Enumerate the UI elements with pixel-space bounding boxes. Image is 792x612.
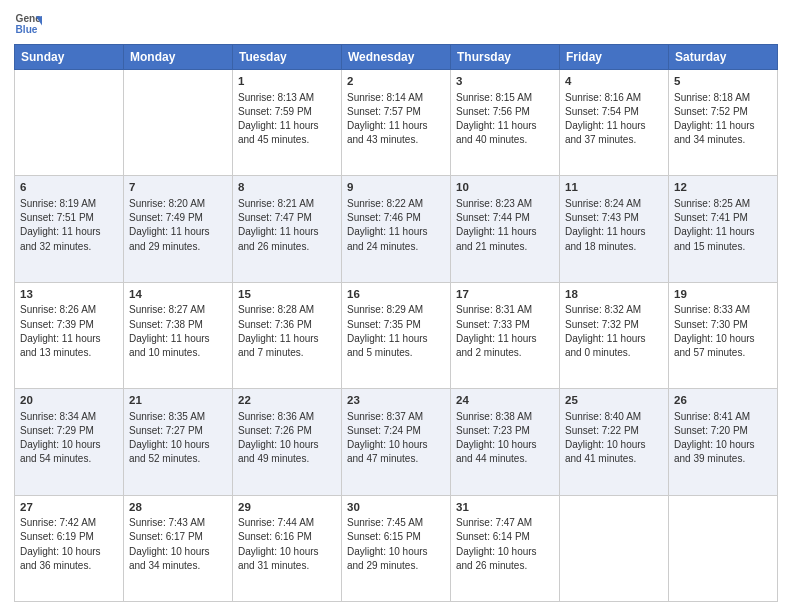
day-info: Sunrise: 8:21 AM Sunset: 7:47 PM Dayligh…: [238, 197, 336, 254]
day-info: Sunrise: 8:26 AM Sunset: 7:39 PM Dayligh…: [20, 303, 118, 360]
day-number: 12: [674, 179, 772, 196]
day-number: 30: [347, 499, 445, 516]
day-number: 29: [238, 499, 336, 516]
day-number: 11: [565, 179, 663, 196]
calendar-cell: 4Sunrise: 8:16 AM Sunset: 7:54 PM Daylig…: [560, 70, 669, 176]
day-number: 15: [238, 286, 336, 303]
calendar-header-friday: Friday: [560, 45, 669, 70]
calendar-header-thursday: Thursday: [451, 45, 560, 70]
day-info: Sunrise: 8:25 AM Sunset: 7:41 PM Dayligh…: [674, 197, 772, 254]
day-info: Sunrise: 8:13 AM Sunset: 7:59 PM Dayligh…: [238, 91, 336, 148]
day-info: Sunrise: 8:36 AM Sunset: 7:26 PM Dayligh…: [238, 410, 336, 467]
calendar-cell: 6Sunrise: 8:19 AM Sunset: 7:51 PM Daylig…: [15, 176, 124, 282]
calendar-cell: 29Sunrise: 7:44 AM Sunset: 6:16 PM Dayli…: [233, 495, 342, 601]
calendar-cell: 23Sunrise: 8:37 AM Sunset: 7:24 PM Dayli…: [342, 389, 451, 495]
day-number: 19: [674, 286, 772, 303]
day-info: Sunrise: 7:44 AM Sunset: 6:16 PM Dayligh…: [238, 516, 336, 573]
day-info: Sunrise: 8:38 AM Sunset: 7:23 PM Dayligh…: [456, 410, 554, 467]
calendar-cell: [560, 495, 669, 601]
day-info: Sunrise: 8:19 AM Sunset: 7:51 PM Dayligh…: [20, 197, 118, 254]
day-info: Sunrise: 7:43 AM Sunset: 6:17 PM Dayligh…: [129, 516, 227, 573]
day-info: Sunrise: 8:14 AM Sunset: 7:57 PM Dayligh…: [347, 91, 445, 148]
day-info: Sunrise: 8:28 AM Sunset: 7:36 PM Dayligh…: [238, 303, 336, 360]
logo: General Blue: [14, 10, 46, 38]
calendar-cell: [15, 70, 124, 176]
day-number: 14: [129, 286, 227, 303]
calendar-week-3: 20Sunrise: 8:34 AM Sunset: 7:29 PM Dayli…: [15, 389, 778, 495]
day-info: Sunrise: 8:40 AM Sunset: 7:22 PM Dayligh…: [565, 410, 663, 467]
day-number: 28: [129, 499, 227, 516]
page: General Blue SundayMondayTuesdayWednesda…: [0, 0, 792, 612]
calendar-cell: 19Sunrise: 8:33 AM Sunset: 7:30 PM Dayli…: [669, 282, 778, 388]
day-info: Sunrise: 8:16 AM Sunset: 7:54 PM Dayligh…: [565, 91, 663, 148]
svg-text:Blue: Blue: [16, 24, 38, 35]
day-info: Sunrise: 7:45 AM Sunset: 6:15 PM Dayligh…: [347, 516, 445, 573]
calendar-cell: [124, 70, 233, 176]
day-number: 10: [456, 179, 554, 196]
calendar-cell: 3Sunrise: 8:15 AM Sunset: 7:56 PM Daylig…: [451, 70, 560, 176]
day-info: Sunrise: 8:37 AM Sunset: 7:24 PM Dayligh…: [347, 410, 445, 467]
day-number: 17: [456, 286, 554, 303]
calendar-cell: 26Sunrise: 8:41 AM Sunset: 7:20 PM Dayli…: [669, 389, 778, 495]
calendar-week-4: 27Sunrise: 7:42 AM Sunset: 6:19 PM Dayli…: [15, 495, 778, 601]
day-number: 7: [129, 179, 227, 196]
day-number: 4: [565, 73, 663, 90]
calendar-cell: 25Sunrise: 8:40 AM Sunset: 7:22 PM Dayli…: [560, 389, 669, 495]
calendar-header-monday: Monday: [124, 45, 233, 70]
calendar-cell: 17Sunrise: 8:31 AM Sunset: 7:33 PM Dayli…: [451, 282, 560, 388]
day-number: 9: [347, 179, 445, 196]
calendar-week-2: 13Sunrise: 8:26 AM Sunset: 7:39 PM Dayli…: [15, 282, 778, 388]
day-number: 20: [20, 392, 118, 409]
calendar-cell: 22Sunrise: 8:36 AM Sunset: 7:26 PM Dayli…: [233, 389, 342, 495]
day-number: 16: [347, 286, 445, 303]
day-info: Sunrise: 8:31 AM Sunset: 7:33 PM Dayligh…: [456, 303, 554, 360]
calendar-cell: 18Sunrise: 8:32 AM Sunset: 7:32 PM Dayli…: [560, 282, 669, 388]
day-info: Sunrise: 8:41 AM Sunset: 7:20 PM Dayligh…: [674, 410, 772, 467]
logo-icon: General Blue: [14, 10, 42, 38]
calendar-header-sunday: Sunday: [15, 45, 124, 70]
day-info: Sunrise: 8:23 AM Sunset: 7:44 PM Dayligh…: [456, 197, 554, 254]
calendar-cell: 1Sunrise: 8:13 AM Sunset: 7:59 PM Daylig…: [233, 70, 342, 176]
calendar-week-1: 6Sunrise: 8:19 AM Sunset: 7:51 PM Daylig…: [15, 176, 778, 282]
calendar-header-wednesday: Wednesday: [342, 45, 451, 70]
day-number: 5: [674, 73, 772, 90]
calendar-cell: 27Sunrise: 7:42 AM Sunset: 6:19 PM Dayli…: [15, 495, 124, 601]
day-info: Sunrise: 8:15 AM Sunset: 7:56 PM Dayligh…: [456, 91, 554, 148]
day-number: 18: [565, 286, 663, 303]
day-info: Sunrise: 8:27 AM Sunset: 7:38 PM Dayligh…: [129, 303, 227, 360]
day-info: Sunrise: 8:29 AM Sunset: 7:35 PM Dayligh…: [347, 303, 445, 360]
day-info: Sunrise: 8:32 AM Sunset: 7:32 PM Dayligh…: [565, 303, 663, 360]
calendar-cell: 21Sunrise: 8:35 AM Sunset: 7:27 PM Dayli…: [124, 389, 233, 495]
calendar-cell: 28Sunrise: 7:43 AM Sunset: 6:17 PM Dayli…: [124, 495, 233, 601]
day-info: Sunrise: 8:34 AM Sunset: 7:29 PM Dayligh…: [20, 410, 118, 467]
day-info: Sunrise: 7:47 AM Sunset: 6:14 PM Dayligh…: [456, 516, 554, 573]
day-number: 24: [456, 392, 554, 409]
calendar-cell: 9Sunrise: 8:22 AM Sunset: 7:46 PM Daylig…: [342, 176, 451, 282]
day-number: 13: [20, 286, 118, 303]
calendar-cell: 10Sunrise: 8:23 AM Sunset: 7:44 PM Dayli…: [451, 176, 560, 282]
header: General Blue: [14, 10, 778, 38]
calendar-cell: 31Sunrise: 7:47 AM Sunset: 6:14 PM Dayli…: [451, 495, 560, 601]
calendar-cell: 30Sunrise: 7:45 AM Sunset: 6:15 PM Dayli…: [342, 495, 451, 601]
day-number: 6: [20, 179, 118, 196]
day-number: 22: [238, 392, 336, 409]
day-number: 31: [456, 499, 554, 516]
day-number: 26: [674, 392, 772, 409]
day-number: 2: [347, 73, 445, 90]
day-info: Sunrise: 8:24 AM Sunset: 7:43 PM Dayligh…: [565, 197, 663, 254]
calendar-header-row: SundayMondayTuesdayWednesdayThursdayFrid…: [15, 45, 778, 70]
calendar-cell: [669, 495, 778, 601]
calendar-cell: 24Sunrise: 8:38 AM Sunset: 7:23 PM Dayli…: [451, 389, 560, 495]
calendar-header-saturday: Saturday: [669, 45, 778, 70]
calendar-cell: 16Sunrise: 8:29 AM Sunset: 7:35 PM Dayli…: [342, 282, 451, 388]
calendar-cell: 14Sunrise: 8:27 AM Sunset: 7:38 PM Dayli…: [124, 282, 233, 388]
calendar-cell: 13Sunrise: 8:26 AM Sunset: 7:39 PM Dayli…: [15, 282, 124, 388]
calendar-cell: 20Sunrise: 8:34 AM Sunset: 7:29 PM Dayli…: [15, 389, 124, 495]
day-number: 23: [347, 392, 445, 409]
calendar-header-tuesday: Tuesday: [233, 45, 342, 70]
day-info: Sunrise: 8:20 AM Sunset: 7:49 PM Dayligh…: [129, 197, 227, 254]
day-info: Sunrise: 8:35 AM Sunset: 7:27 PM Dayligh…: [129, 410, 227, 467]
day-number: 1: [238, 73, 336, 90]
day-info: Sunrise: 7:42 AM Sunset: 6:19 PM Dayligh…: [20, 516, 118, 573]
day-info: Sunrise: 8:22 AM Sunset: 7:46 PM Dayligh…: [347, 197, 445, 254]
